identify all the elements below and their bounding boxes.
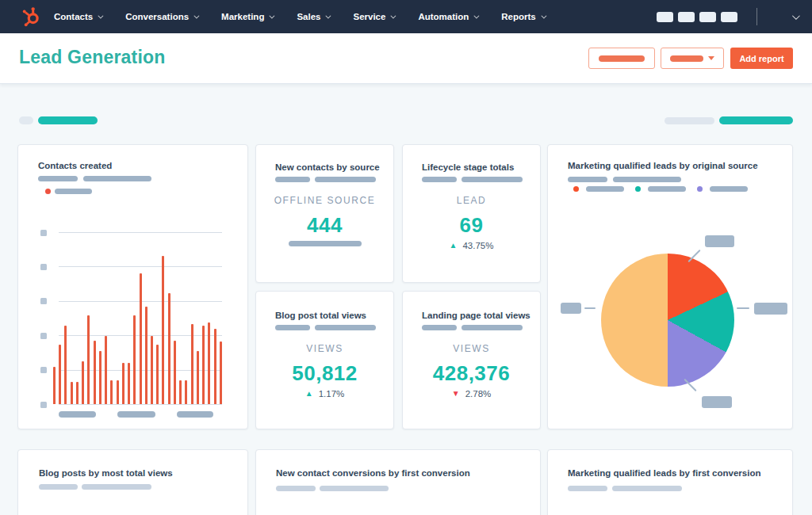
date-range-placeholder[interactable] [665,117,714,124]
pie-callout-line [737,307,749,309]
add-report-button[interactable]: Add report [730,48,793,69]
card-title: Marketing qualified leads by original so… [568,161,758,170]
delta-up-icon: ▲ [450,242,458,250]
bar [99,351,102,404]
button-label-placeholder [670,55,703,62]
nav-menu-automation[interactable]: Automation [418,12,477,21]
metric-value: 50,812 [256,361,393,386]
subtitle-placeholder [422,177,457,182]
subtitle-placeholder [320,486,389,491]
nav-menu-marketing[interactable]: Marketing [221,12,273,21]
x-axis-label-placeholder [59,411,96,418]
bar [214,329,216,404]
bar [117,380,119,404]
bar [140,273,142,404]
nav-icon-placeholder[interactable] [721,12,737,22]
chevron-down-icon [270,13,275,18]
card-blog-posts-by-most-total-views: Blog posts by most total views [17,449,248,515]
bar [151,336,153,404]
nav-menu-conversations[interactable]: Conversations [125,12,197,21]
subtitle-placeholder [275,177,310,182]
gridline [59,404,222,405]
card-title: Landing page total views [422,311,530,320]
card-mql-by-first-conversion: Marketing qualified leads by first conve… [547,449,793,515]
dropdown-caret-icon [708,56,714,60]
subtitle-placeholder [315,325,376,330]
bar [128,363,130,404]
bar [185,380,187,404]
x-axis-label-placeholder [117,411,155,418]
dashboard-filter-active-placeholder[interactable] [38,116,98,124]
subtitle-placeholder [83,176,151,181]
bar [53,367,56,404]
subtitle-placeholder [422,325,457,330]
bar [197,351,199,404]
card-landing-page-total-views: Landing page total views VIEWS 428,376 ▼… [402,291,541,429]
y-axis-tick-placeholder [40,402,47,408]
card-lifecycle-stage-totals: Lifecycle stage totals LEAD 69 ▲ 43.75% [402,144,541,283]
page-title: Lead Generation [19,47,165,68]
metric-label: LEAD [403,195,540,206]
chevron-down-icon [541,13,546,18]
delta-indicator: ▼ 2.78% [403,389,540,399]
bar [133,315,136,404]
bar [110,380,113,404]
chevron-down-icon [326,13,331,18]
legend-dot [635,186,641,192]
legend-dot [697,186,703,192]
metric-label: OFFLINE SOURCE [256,195,393,206]
nav-menu-contacts[interactable]: Contacts [54,12,102,21]
nav-right-controls [657,0,798,33]
y-axis-tick-placeholder [40,298,47,304]
bar [64,326,67,404]
page-header: Lead Generation Add report [0,33,812,84]
nav-menu-service[interactable]: Service [353,12,394,21]
delta-value: 2.78% [465,389,492,399]
card-new-contacts-by-source: New contacts by source OFFLINE SOURCE 44… [255,144,394,283]
card-title: Marketing qualified leads by first conve… [568,468,760,478]
subtitle-placeholder [462,325,523,330]
chevron-down-icon [391,13,396,18]
chevron-down-icon [98,13,104,18]
bar [87,315,90,404]
chevron-down-icon [474,13,480,18]
y-axis-tick-placeholder [40,264,47,270]
card-contacts-created: Contacts created [17,144,248,429]
nav-icon-placeholder[interactable] [678,12,695,22]
account-chevron-down-icon[interactable] [792,12,800,20]
subtitle-placeholder [568,486,607,491]
bar [122,363,124,404]
card-title: Contacts created [38,161,112,170]
apply-filter-placeholder[interactable] [719,116,793,124]
nav-menu-sales[interactable]: Sales [297,12,329,21]
bar [220,341,222,404]
metric-value: 428,376 [403,361,540,386]
metric-label: VIEWS [403,343,540,354]
top-navbar: ContactsConversationsMarketingSalesServi… [0,0,812,33]
card-new-contact-conversions: New contact conversions by first convers… [255,449,541,515]
subtitle-placeholder [82,484,151,490]
nav-icon-placeholder[interactable] [657,12,673,22]
delta-up-icon: ▲ [305,390,313,398]
nav-menu-reports[interactable]: Reports [501,12,544,21]
metric-value: 69 [403,213,540,238]
delta-value: 1.17% [319,389,345,399]
card-blog-post-total-views: Blog post total views VIEWS 50,812 ▲ 1.1… [255,291,394,429]
bar [174,341,176,404]
nav-icon-placeholder[interactable] [699,12,716,22]
bar [82,361,84,404]
dashboard-action-button-1[interactable] [588,48,655,69]
legend-label-placeholder [586,186,624,192]
legend-label-placeholder [710,186,748,192]
bar [71,382,73,404]
legend-dot [573,186,579,192]
subtitle-placeholder [39,484,78,490]
subtitle-placeholder [38,176,78,181]
hubspot-logo-icon[interactable] [20,6,42,28]
y-axis-tick-placeholder [40,367,47,373]
bar [179,380,182,404]
dashboard-filter-placeholder[interactable] [19,116,33,124]
delta-indicator: ▲ 43.75% [403,241,540,250]
dashboard-action-dropdown[interactable] [661,48,724,69]
pie-callout-label [705,235,734,247]
